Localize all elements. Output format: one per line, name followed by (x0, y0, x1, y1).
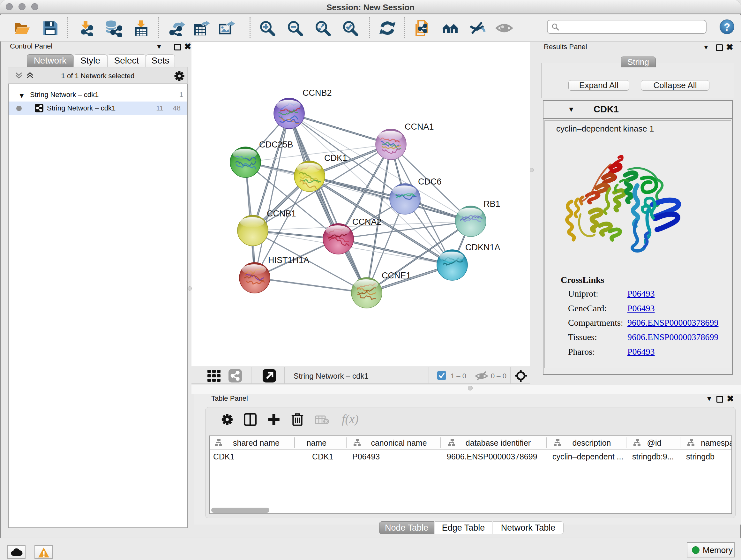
svg-text:canonical name: canonical name (371, 438, 427, 447)
svg-text:CCNE1: CCNE1 (382, 271, 411, 280)
svg-text:shared name: shared name (233, 438, 280, 447)
svg-text:RB1: RB1 (483, 199, 500, 209)
svg-text:CDK1: CDK1 (324, 153, 347, 163)
svg-text:CCNB2: CCNB2 (302, 88, 332, 98)
svg-text:namespac: namespac (701, 438, 731, 447)
svg-text:@id: @id (647, 438, 662, 447)
svg-text:CCNA1: CCNA1 (405, 122, 434, 132)
svg-text:CCNB1: CCNB1 (267, 209, 296, 219)
svg-text:HIST1H1A: HIST1H1A (268, 255, 309, 265)
svg-text:name: name (307, 438, 327, 447)
svg-text:description: description (572, 438, 611, 447)
svg-text:CDC6: CDC6 (418, 177, 442, 186)
svg-text:database identifier: database identifier (466, 438, 531, 447)
svg-text:CCNA2: CCNA2 (352, 217, 382, 227)
svg-text:CDC25B: CDC25B (259, 140, 293, 149)
svg-text:CDKN1A: CDKN1A (465, 243, 500, 252)
